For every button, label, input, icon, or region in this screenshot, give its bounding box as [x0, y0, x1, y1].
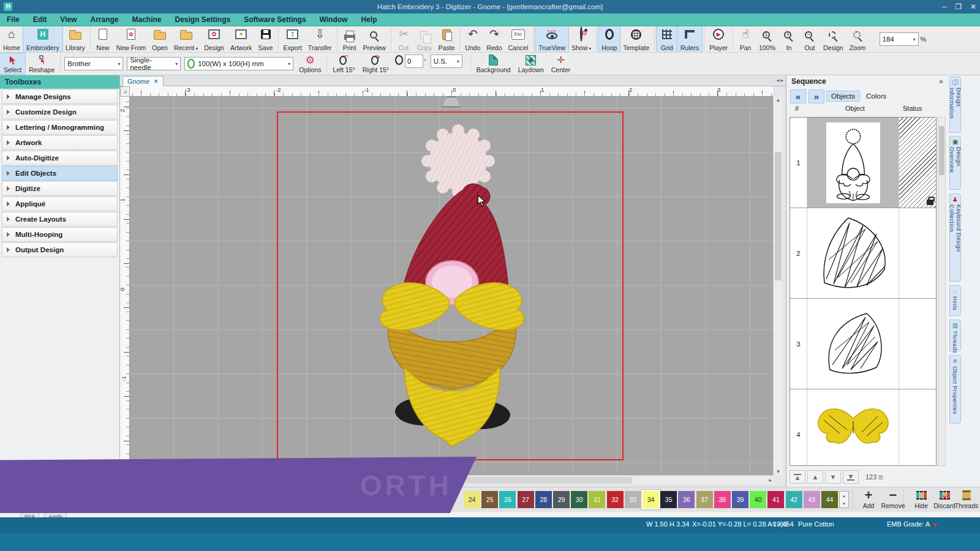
- apply-button[interactable]: Apply: [44, 512, 67, 517]
- toolbox-lettering-monogramming[interactable]: Lettering / Monogramming: [2, 120, 118, 135]
- menu-view[interactable]: View: [53, 13, 83, 26]
- zoom-in-button[interactable]: +In: [778, 26, 799, 52]
- toolbox-output-design[interactable]: Output Design: [2, 242, 118, 257]
- save-button[interactable]: Save: [255, 26, 276, 52]
- move-to-end-button[interactable]: ▼: [843, 470, 859, 484]
- status-cell[interactable]: [899, 208, 936, 298]
- palette-chip-30[interactable]: 30: [571, 491, 587, 508]
- redo-button[interactable]: ↷Redo: [483, 26, 505, 52]
- remove-color-button[interactable]: −Remove: [880, 489, 907, 509]
- sequence-row-4[interactable]: 4: [790, 389, 936, 466]
- tab-objects[interactable]: Objects: [827, 91, 859, 101]
- zoom-out-button[interactable]: −Out: [799, 26, 820, 52]
- template-button[interactable]: Template: [620, 26, 652, 52]
- palette-chip-29[interactable]: 29: [553, 491, 570, 508]
- trueview-button[interactable]: vvvTrueView: [535, 26, 568, 52]
- gnome-design[interactable]: [343, 104, 564, 453]
- toolbox-appliqu-[interactable]: Appliqué: [2, 197, 118, 211]
- zoom-design-button[interactable]: Design: [820, 26, 846, 52]
- export-button[interactable]: ↥Export: [281, 26, 305, 52]
- hoop-button[interactable]: Hoop: [598, 26, 620, 52]
- paste-button[interactable]: Paste: [435, 26, 458, 52]
- options-button[interactable]: ⚙Options: [295, 53, 325, 74]
- object-thumbnail-outline[interactable]: [807, 118, 899, 208]
- background-button[interactable]: Background: [473, 53, 514, 74]
- add-color-button[interactable]: +Add: [855, 489, 882, 509]
- palette-chip-27[interactable]: 27: [518, 491, 534, 508]
- print-button[interactable]: Print: [339, 26, 360, 52]
- laydown-button[interactable]: ❋Laydown: [514, 53, 548, 74]
- hoop-size-combobox[interactable]: 100(W) x 100(H) mm▾: [184, 57, 293, 70]
- zoom-percent-combobox[interactable]: 184▾: [880, 32, 919, 46]
- status-cell[interactable]: [899, 389, 936, 466]
- palette-chip-38[interactable]: 38: [714, 491, 731, 508]
- minimize-button[interactable]: –: [942, 2, 946, 11]
- toolbox-manage-designs[interactable]: Manage Designs: [2, 89, 118, 104]
- tab-scroll-arrows[interactable]: ◂ ▸: [776, 77, 783, 83]
- vertical-scrollbar[interactable]: ▲▼: [773, 97, 782, 475]
- transfer-button[interactable]: ⇩Transfer: [305, 26, 335, 52]
- new-from-button[interactable]: ✿New From: [113, 26, 149, 52]
- palette-chip-41[interactable]: 41: [767, 491, 784, 508]
- move-up-button[interactable]: ▲: [807, 470, 823, 484]
- center-button[interactable]: ✛Center: [548, 53, 575, 74]
- rotate-angle-input[interactable]: [405, 54, 423, 68]
- sequence-row-2[interactable]: 2: [790, 208, 936, 299]
- document-tab-gnome[interactable]: Gnome ✕: [123, 76, 164, 86]
- pan-button[interactable]: ☝Pan: [735, 26, 756, 52]
- sequence-scrollbar[interactable]: [938, 117, 946, 466]
- embroidery-button[interactable]: HEmbroidery: [23, 26, 62, 52]
- side-tab-design-overview[interactable]: ▣Design Overview: [949, 136, 961, 190]
- menu-file[interactable]: File: [0, 13, 26, 26]
- recent-button[interactable]: Recent▾: [171, 26, 201, 52]
- side-tab-threads[interactable]: ▥Threads: [949, 320, 961, 351]
- palette-chip-32[interactable]: 32: [607, 491, 624, 508]
- player-button[interactable]: ▶Player: [706, 26, 731, 52]
- panel-expand-icon[interactable]: »: [939, 77, 943, 86]
- cancel-button[interactable]: EscCancel: [505, 26, 532, 52]
- toolbox-artwork[interactable]: Artwork: [2, 135, 118, 150]
- palette-chip-44[interactable]: 44: [821, 491, 838, 508]
- side-tab-keyboard-design-collection[interactable]: ♟Keyboard Design Collection: [949, 193, 961, 282]
- menu-machine[interactable]: Machine: [126, 13, 168, 26]
- grid-button[interactable]: Grid: [657, 26, 677, 52]
- show-button[interactable]: ⚙Show▾: [568, 26, 594, 52]
- palette-chip-26[interactable]: 26: [499, 491, 516, 508]
- move-to-start-button[interactable]: ▲: [790, 470, 805, 484]
- toolbox-edit-objects[interactable]: Edit Objects: [2, 166, 118, 181]
- palette-chip-35[interactable]: 35: [660, 491, 677, 508]
- menu-arrange[interactable]: Arrange: [83, 13, 125, 26]
- object-thumbnail-mustache[interactable]: [807, 389, 899, 466]
- move-down-button[interactable]: ▼: [825, 470, 841, 484]
- palette-chip-25[interactable]: 25: [481, 491, 498, 508]
- select-next-button[interactable]: »: [809, 89, 824, 103]
- toolbox-multi-hooping[interactable]: Multi-Hooping: [2, 227, 118, 242]
- side-tab-hints[interactable]: ☼Hints: [949, 285, 961, 316]
- palette-chip-37[interactable]: 37: [696, 491, 713, 508]
- status-cell[interactable]: [899, 299, 936, 389]
- reshape-button[interactable]: Reshape: [25, 53, 58, 74]
- toolbox-customize-design[interactable]: Customize Design: [2, 105, 118, 119]
- restore-button[interactable]: ❐: [955, 2, 962, 11]
- preview-button[interactable]: Preview: [360, 26, 389, 52]
- sequence-row-1[interactable]: 1: [790, 118, 936, 208]
- insert-artwork-button[interactable]: ✦Artwork: [227, 26, 255, 52]
- design-canvas[interactable]: [130, 97, 773, 475]
- palette-chip-42[interactable]: 42: [786, 491, 802, 508]
- close-button[interactable]: ✕: [970, 2, 976, 11]
- needle-type-combobox[interactable]: Single-needle▾: [127, 57, 181, 70]
- side-tab-design-information[interactable]: ⓘDesign Information: [949, 77, 961, 133]
- toolbox-create-layouts[interactable]: Create Layouts: [2, 212, 118, 227]
- side-tab-object-properties[interactable]: ≡Object Properties: [949, 355, 961, 424]
- units-combobox[interactable]: U.S.▾: [431, 54, 462, 68]
- status-locked-cell[interactable]: [899, 118, 936, 208]
- rotate-right-15-button[interactable]: ↷Right 15°: [359, 53, 393, 74]
- palette-chip-43[interactable]: 43: [804, 491, 820, 508]
- object-thumbnail-hat-shade[interactable]: [807, 299, 899, 389]
- sequence-row-3[interactable]: 3: [790, 299, 936, 389]
- select-previous-button[interactable]: «: [790, 89, 806, 103]
- undo-button[interactable]: ↶Undo: [462, 26, 483, 52]
- object-thumbnail-hat-fill[interactable]: [807, 208, 899, 298]
- select-button[interactable]: Select: [0, 53, 25, 74]
- palette-chip-33[interactable]: 33: [625, 491, 641, 508]
